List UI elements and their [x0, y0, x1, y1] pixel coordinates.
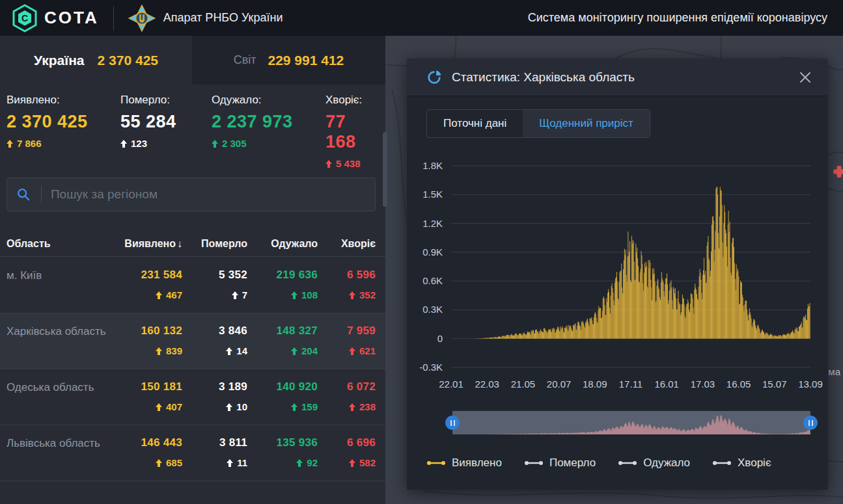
summary-stat: Хворіє: 77 168 5 438 — [325, 94, 376, 169]
col-recovered[interactable]: Одужало — [247, 238, 318, 250]
svg-text:0.6K: 0.6K — [422, 275, 443, 286]
series-marker-icon — [426, 460, 446, 466]
confirmed-bars — [451, 187, 810, 338]
cell-recovered: 140 920 159 — [247, 380, 318, 412]
region-name: Харківська область — [7, 325, 120, 356]
cell-confirmed: 146 443 685 — [120, 436, 182, 468]
cota-logo: C COTA — [12, 4, 99, 33]
table-row[interactable]: Харківська область 160 132 839 3 846 14 … — [0, 313, 385, 369]
cell-sick: 6 072 238 — [318, 380, 376, 412]
arrow-up-icon — [120, 140, 127, 148]
region-name: м. Київ — [7, 269, 120, 300]
arrow-up-icon — [349, 291, 355, 299]
cell-deaths: 3 846 14 — [182, 325, 247, 356]
svg-text:1.2K: 1.2K — [422, 218, 443, 229]
header-divider — [113, 6, 114, 31]
modal-tab-0[interactable]: Поточні дані — [427, 110, 523, 137]
region-search — [7, 178, 376, 211]
region-name: Львівська область — [7, 436, 120, 468]
svg-text:17.03: 17.03 — [691, 378, 715, 390]
tab-ukraine[interactable]: Україна 2 370 425 — [0, 36, 192, 85]
col-sick[interactable]: Хворіє — [318, 238, 376, 250]
legend-item[interactable]: Виявлено — [426, 457, 502, 470]
arrow-up-icon — [349, 403, 355, 411]
world-total: 229 991 412 — [268, 53, 344, 68]
top-header: C COTA Апарат РНБО України Система моніт… — [0, 0, 843, 36]
arrow-up-icon — [232, 291, 238, 299]
table-row[interactable]: Львівська область 146 443 685 3 811 11 1… — [0, 425, 385, 481]
svg-text:16.05: 16.05 — [726, 378, 751, 390]
cell-deaths: 3 811 11 — [182, 436, 247, 468]
svg-text:C: C — [21, 13, 28, 23]
svg-text:0: 0 — [437, 333, 443, 344]
arrow-up-icon — [325, 160, 332, 168]
table-row[interactable]: Одеська область 150 181 407 3 189 10 140… — [0, 369, 385, 425]
app-root: ома C COTA Апарат РНБО У — [0, 0, 843, 504]
series-marker-icon — [524, 460, 544, 466]
legend-item[interactable]: Хворіє — [712, 457, 771, 470]
scrollbar-thumb[interactable] — [383, 132, 387, 207]
summary-stat: Одужало: 2 237 973 2 305 — [212, 94, 325, 169]
date-range-slider[interactable] — [452, 411, 810, 434]
svg-text:17.11: 17.11 — [619, 378, 643, 390]
arrow-up-icon — [156, 291, 162, 299]
region-name: Одеська область — [7, 380, 120, 412]
col-deaths[interactable]: Померло — [182, 238, 247, 250]
org-block: Апарат РНБО України — [128, 5, 283, 32]
arrow-up-icon — [156, 459, 162, 467]
org-name: Апарат РНБО України — [163, 11, 283, 25]
search-divider — [41, 186, 42, 203]
arrow-up-icon — [349, 347, 355, 355]
cell-recovered: 219 636 108 — [247, 269, 318, 300]
col-region[interactable]: Область — [7, 238, 120, 250]
table-row[interactable]: м. Київ 231 584 467 5 352 7 219 636 108 … — [0, 258, 385, 313]
arrow-up-icon — [296, 459, 303, 467]
col-confirmed[interactable]: Виявлено↓ — [120, 238, 182, 250]
summary-stat: Померло: 55 284 123 — [120, 94, 212, 169]
cell-deaths: 5 352 7 — [182, 269, 247, 300]
arrow-up-icon — [349, 459, 355, 467]
range-handle-end[interactable] — [803, 416, 818, 430]
cell-deaths: 3 189 10 — [182, 380, 247, 412]
regions-panel: Україна 2 370 425 Світ 229 991 412 Виявл… — [0, 36, 385, 504]
modal-tab-1[interactable]: Щоденний приріст — [523, 110, 650, 137]
arrow-up-icon — [226, 403, 232, 411]
close-icon[interactable] — [797, 69, 814, 86]
arrow-up-icon — [291, 291, 297, 299]
pie-chart-icon — [426, 69, 443, 85]
range-handle-start[interactable] — [445, 416, 460, 430]
cell-sick: 6 596 352 — [318, 269, 376, 300]
legend-item[interactable]: Померло — [524, 457, 596, 470]
summary-stat: Виявлено: 2 370 425 7 866 — [7, 94, 120, 169]
chart-legend: Виявлено Померло Одужало Хворіє — [426, 457, 771, 470]
svg-text:0.9K: 0.9K — [422, 246, 443, 258]
svg-text:0.3K: 0.3K — [422, 304, 443, 315]
cell-recovered: 148 327 204 — [247, 325, 318, 356]
slider-overview-chart — [452, 411, 810, 434]
arrow-up-icon — [7, 140, 13, 148]
arrow-up-icon — [226, 347, 232, 355]
svg-text:20.07: 20.07 — [547, 378, 572, 390]
svg-text:1.8K: 1.8K — [422, 160, 443, 171]
search-input[interactable] — [51, 187, 366, 202]
arrow-up-icon — [291, 347, 297, 355]
tab-world[interactable]: Світ 229 991 412 — [192, 36, 385, 85]
svg-text:16.01: 16.01 — [654, 378, 679, 390]
svg-text:15.07: 15.07 — [762, 378, 787, 390]
series-marker-icon — [712, 460, 732, 466]
legend-item[interactable]: Одужало — [618, 457, 690, 470]
cell-confirmed: 231 584 467 — [120, 269, 182, 300]
table-header: Область Виявлено↓ Померло Одужало Хворіє — [0, 231, 385, 257]
svg-text:13.09: 13.09 — [798, 378, 823, 390]
medical-cross-icon — [833, 166, 843, 178]
svg-text:22.01: 22.01 — [439, 378, 463, 390]
daily-increase-bar-chart[interactable]: 1.8K1.5K1.2K0.9K0.6K0.3K0-0.3K22.0122.03… — [407, 150, 828, 403]
cota-hexagon-icon: C — [12, 4, 38, 33]
arrow-up-icon — [156, 347, 162, 355]
modal-title: Статистика: Харківська область — [452, 70, 635, 85]
modal-tab-group: Поточні даніЩоденний приріст — [426, 109, 650, 138]
logo-text: COTA — [44, 8, 99, 28]
app-title: Система моніторингу поширення епідемії к… — [528, 11, 827, 25]
scope-tabs: Україна 2 370 425 Світ 229 991 412 — [0, 36, 385, 85]
ukraine-total: 2 370 425 — [98, 53, 158, 68]
